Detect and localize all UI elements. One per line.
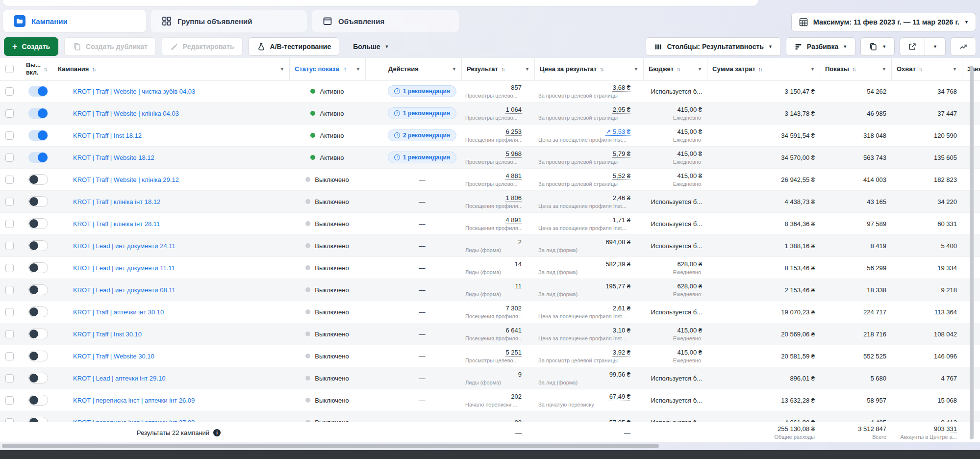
row-checkbox[interactable] (5, 109, 14, 118)
campaign-name-link[interactable]: KROT | Traff | клініка інт 28.11 (73, 220, 284, 228)
cost-value[interactable]: ↗ 5,53 ₴ (538, 128, 630, 135)
cost-value[interactable]: 3,92 ₴ (538, 349, 630, 356)
cost-value[interactable]: 5,52 ₴ (538, 172, 630, 179)
export-button[interactable] (900, 37, 925, 56)
column-header-cost[interactable]: Цена за результат ↑↓ ▼ (534, 58, 643, 80)
charts-button[interactable] (951, 37, 976, 56)
vertical-scrollbar[interactable] (970, 66, 974, 439)
chevron-down-icon[interactable]: ▼ (525, 67, 529, 72)
reports-button[interactable]: ▼ (860, 37, 895, 56)
result-value[interactable]: 88 (465, 419, 522, 422)
chevron-down-icon[interactable]: ▼ (882, 67, 886, 72)
horizontal-scrollbar[interactable] (0, 443, 980, 449)
column-header-enabled[interactable]: Вы...вкл. ↑↓ (19, 58, 51, 80)
result-value[interactable]: 14 (465, 260, 522, 268)
recommendation-badge[interactable]: 1 рекомендация (388, 152, 456, 163)
campaign-name-link[interactable]: KROT | Lead | аптечки інт 29.10 (73, 375, 284, 382)
tab-campaigns[interactable]: Кампании (3, 10, 146, 32)
campaign-name-link[interactable]: KROT | Lead | инт документи 08.11 (73, 286, 284, 294)
column-header-status[interactable]: Статус показа ↑ ▼ (289, 58, 365, 80)
column-header-budget[interactable]: Бюджет ↑↓ ▼ (643, 58, 707, 80)
campaign-toggle[interactable] (28, 329, 48, 339)
sort-icon[interactable]: ↑↓ (758, 66, 763, 72)
more-button[interactable]: Больше ▼ (345, 37, 397, 56)
campaign-name-link[interactable]: KROT | Traff | Website | клініка 29.12 (73, 176, 284, 183)
sort-icon[interactable]: ↑↓ (677, 66, 681, 72)
column-header-result[interactable]: Результат ↑↓ ▼ (461, 58, 534, 80)
row-checkbox[interactable] (5, 330, 14, 338)
sort-icon[interactable]: ↑↓ (44, 66, 49, 72)
row-checkbox[interactable] (5, 374, 14, 382)
sort-icon[interactable]: ↑↓ (600, 66, 604, 72)
result-value[interactable]: 6 253 (465, 128, 522, 135)
recommendation-badge[interactable]: 2 рекомендация (388, 129, 456, 141)
campaign-name-link[interactable]: KROT | Traff | клініка інт 18.12 (73, 198, 284, 205)
campaign-toggle[interactable] (28, 284, 48, 295)
campaign-name-link[interactable]: KROT | Traff | Website | клініка 04.03 (73, 110, 284, 117)
select-all-checkbox[interactable] (5, 65, 14, 73)
result-value[interactable]: 4 881 (465, 172, 522, 179)
campaign-toggle[interactable] (28, 373, 48, 383)
row-checkbox[interactable] (5, 153, 14, 162)
export-options-button[interactable]: ▼ (925, 37, 946, 56)
cost-value[interactable]: 3,10 ₴ (538, 327, 630, 334)
result-value[interactable]: 5 968 (465, 150, 522, 157)
campaign-toggle[interactable] (28, 108, 48, 119)
sort-icon[interactable]: ↑↓ (919, 66, 924, 72)
cost-value[interactable]: 2,46 ₴ (538, 194, 630, 202)
row-checkbox[interactable] (5, 352, 14, 360)
row-checkbox[interactable] (5, 418, 14, 422)
cost-value[interactable]: 99,56 ₴ (538, 371, 630, 378)
campaign-name-link[interactable]: KROT | Traff | Website | чистка зубів 04… (73, 88, 284, 95)
row-checkbox[interactable] (5, 131, 14, 140)
cost-value[interactable]: 5,79 ₴ (538, 150, 630, 157)
chevron-down-icon[interactable]: ▼ (356, 67, 360, 72)
campaign-name-link[interactable]: KROT | Lead | инт документи 11.11 (73, 264, 284, 272)
campaign-name-link[interactable]: KROT | Traff | Inst 18.12 (73, 132, 284, 139)
column-header-impressions[interactable]: Показы ↑↓ ▼ (820, 58, 891, 80)
cost-value[interactable]: 195,77 ₴ (538, 282, 630, 290)
search-filter-bar[interactable] (3, 0, 758, 6)
cost-value[interactable]: 3,68 ₴ (538, 84, 630, 91)
campaign-toggle[interactable] (28, 306, 48, 317)
campaign-name-link[interactable]: KROT | Lead | инт документи 24.11 (73, 242, 284, 250)
result-value[interactable]: 1 806 (465, 194, 522, 202)
campaign-toggle[interactable] (28, 196, 48, 207)
sort-icon[interactable]: ↑↓ (501, 66, 506, 72)
row-checkbox[interactable] (5, 198, 14, 206)
column-header-spent[interactable]: Сумма затрат ↑↓ ▼ (707, 58, 820, 80)
cost-value[interactable]: 57,05 ₴ (538, 419, 630, 422)
chevron-down-icon[interactable]: ▼ (810, 67, 815, 72)
tab-adsets[interactable]: Группы объявлений (151, 10, 307, 32)
column-header-actions[interactable]: Действия ▼ (365, 58, 461, 80)
sort-icon[interactable]: ↑↓ (92, 66, 97, 72)
chevron-down-icon[interactable]: ▼ (698, 67, 702, 72)
campaign-toggle[interactable] (28, 152, 48, 163)
columns-button[interactable]: Столбцы: Результативность ▼ (646, 37, 780, 56)
campaign-toggle[interactable] (28, 417, 48, 422)
recommendation-badge[interactable]: 1 рекомендация (388, 85, 456, 97)
campaign-name-link[interactable]: KROT | переписка інст | аптечки інт 27.0… (73, 419, 284, 422)
campaign-toggle[interactable] (28, 86, 48, 97)
campaign-toggle[interactable] (28, 218, 48, 229)
row-checkbox[interactable] (5, 264, 14, 272)
row-checkbox[interactable] (5, 308, 14, 316)
breakdown-button[interactable]: Разбивка ▼ (786, 37, 855, 56)
result-value[interactable]: 7 302 (465, 305, 522, 312)
row-checkbox[interactable] (5, 87, 14, 96)
row-checkbox[interactable] (5, 396, 14, 405)
result-value[interactable]: 9 (465, 371, 522, 378)
campaign-name-link[interactable]: KROT | Traff | Inst 30.10 (73, 331, 284, 338)
cost-value[interactable]: 582,39 ₴ (538, 260, 630, 268)
total-reach[interactable]: 903 331 (896, 425, 957, 433)
campaign-name-link[interactable]: KROT | переписка інст | аптечки інт 26.0… (73, 397, 284, 404)
campaign-toggle[interactable] (28, 351, 48, 361)
ab-test-button[interactable]: A/B-тестирование (249, 37, 340, 56)
result-value[interactable]: 2 (465, 238, 522, 246)
campaign-name-link[interactable]: KROT | Traff | Website 30.10 (73, 353, 284, 360)
duplicate-button[interactable]: Создать дубликат (64, 37, 156, 56)
campaign-name-link[interactable]: KROT | Traff | Website 18.12 (73, 154, 284, 161)
result-value[interactable]: 4 891 (465, 216, 522, 224)
tab-ads[interactable]: Объявления (312, 10, 459, 32)
chevron-down-icon[interactable]: ▼ (634, 67, 638, 72)
